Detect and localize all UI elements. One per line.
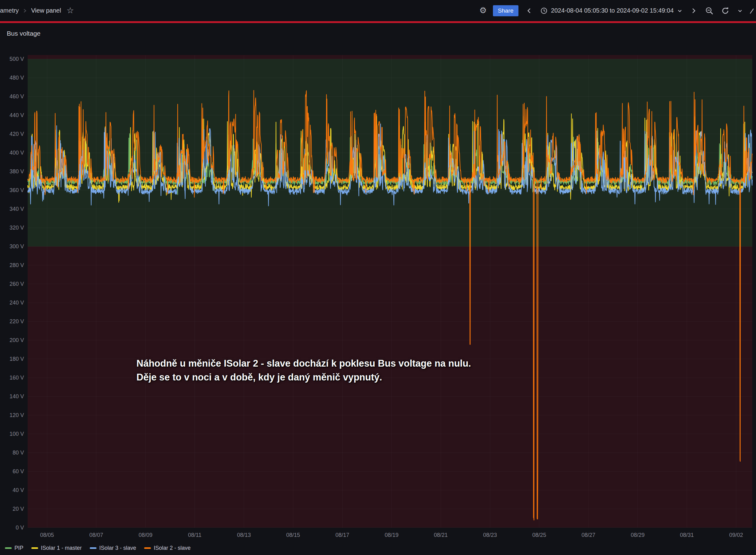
refresh-interval-dropdown[interactable]	[736, 7, 744, 14]
svg-text:40 V: 40 V	[13, 487, 24, 493]
svg-text:20 V: 20 V	[13, 506, 24, 512]
svg-text:08/07: 08/07	[89, 532, 103, 538]
svg-text:08/29: 08/29	[631, 532, 644, 538]
svg-text:160 V: 160 V	[9, 375, 24, 381]
svg-text:440 V: 440 V	[9, 112, 24, 118]
header-toolbar: ⚙ Share 2024-08-04 05:05:30 to 2024-09-0…	[479, 5, 754, 16]
zoom-out-icon	[705, 6, 714, 15]
svg-text:08/21: 08/21	[434, 532, 448, 538]
svg-text:480 V: 480 V	[9, 75, 24, 81]
caret-down-icon	[737, 8, 743, 14]
svg-text:08/19: 08/19	[385, 532, 398, 538]
annotation-line2: Děje se to v noci a v době, kdy je daný …	[136, 371, 471, 384]
legend-swatch	[5, 547, 12, 549]
breadcrumb-parent[interactable]: ametry	[0, 7, 19, 14]
time-shift-forward-button[interactable]	[689, 6, 698, 15]
svg-text:120 V: 120 V	[9, 412, 24, 418]
svg-text:08/13: 08/13	[237, 532, 251, 538]
settings-gear-icon[interactable]: ⚙	[479, 6, 487, 15]
svg-text:08/27: 08/27	[581, 532, 595, 538]
svg-text:08/17: 08/17	[335, 532, 349, 538]
svg-text:320 V: 320 V	[9, 225, 24, 231]
svg-text:100 V: 100 V	[9, 431, 24, 437]
legend-label: ISolar 3 - slave	[99, 545, 136, 551]
legend-label: ISolar 2 - slave	[154, 545, 191, 551]
svg-text:300 V: 300 V	[9, 243, 24, 250]
svg-text:08/23: 08/23	[483, 532, 497, 538]
time-range-text: 2024-08-04 05:05:30 to 2024-09-02 15:49:…	[551, 7, 674, 14]
legend-swatch	[90, 547, 96, 549]
svg-text:08/09: 08/09	[138, 532, 153, 538]
panel-title[interactable]: Bus voltage	[7, 30, 41, 37]
svg-text:380 V: 380 V	[9, 168, 24, 175]
svg-text:08/15: 08/15	[286, 532, 300, 538]
breadcrumb-current[interactable]: View panel	[31, 7, 61, 14]
svg-text:60 V: 60 V	[13, 468, 24, 474]
svg-text:08/05: 08/05	[40, 532, 54, 538]
svg-text:08/25: 08/25	[532, 532, 546, 538]
svg-text:340 V: 340 V	[9, 206, 24, 212]
time-shift-back-button[interactable]	[524, 6, 534, 15]
timeseries-chart[interactable]: 0 V20 V40 V60 V80 V100 V120 V140 V160 V1…	[0, 23, 756, 555]
share-button[interactable]: Share	[493, 5, 518, 16]
legend-item[interactable]: ISolar 1 - master	[31, 545, 82, 551]
breadcrumb-chevron-icon	[23, 8, 27, 13]
annotation-line1: Náhodně u měniče ISolar 2 - slave docház…	[136, 357, 471, 371]
svg-text:80 V: 80 V	[13, 450, 24, 456]
svg-text:420 V: 420 V	[9, 131, 24, 137]
chart-canvas[interactable]: 0 V20 V40 V60 V80 V100 V120 V140 V160 V1…	[0, 23, 756, 555]
zoom-out-button[interactable]	[704, 6, 714, 16]
svg-text:260 V: 260 V	[9, 281, 24, 287]
svg-text:460 V: 460 V	[9, 93, 24, 99]
svg-text:09/02: 09/02	[729, 532, 743, 538]
partial-edge-icon	[750, 6, 754, 15]
chevron-left-icon	[525, 7, 533, 15]
svg-text:200 V: 200 V	[9, 337, 24, 343]
svg-text:08/31: 08/31	[680, 532, 694, 538]
clock-icon	[540, 7, 548, 15]
svg-text:140 V: 140 V	[9, 393, 24, 399]
breadcrumb: ametry View panel ☆	[0, 6, 74, 15]
svg-text:08/11: 08/11	[188, 532, 202, 538]
svg-text:0 V: 0 V	[16, 524, 24, 531]
svg-text:240 V: 240 V	[9, 300, 24, 306]
legend-item[interactable]: ISolar 2 - slave	[144, 545, 191, 551]
legend-label: PIP	[14, 545, 24, 551]
refresh-icon	[721, 6, 729, 15]
svg-text:400 V: 400 V	[9, 150, 24, 156]
chart-annotation: Náhodně u měniče ISolar 2 - slave docház…	[136, 357, 471, 384]
chart-legend: PIPISolar 1 - masterISolar 3 - slaveISol…	[5, 545, 191, 551]
time-range-picker[interactable]: 2024-08-04 05:05:30 to 2024-09-02 15:49:…	[540, 7, 683, 15]
legend-swatch	[31, 547, 38, 549]
legend-swatch	[144, 547, 151, 549]
legend-item[interactable]: ISolar 3 - slave	[90, 545, 136, 551]
chevron-right-icon	[689, 7, 698, 15]
svg-text:360 V: 360 V	[9, 187, 24, 193]
star-icon[interactable]: ☆	[67, 6, 74, 15]
refresh-button[interactable]	[720, 6, 730, 16]
legend-item[interactable]: PIP	[5, 545, 24, 551]
svg-text:500 V: 500 V	[9, 56, 24, 62]
grafana-header: ametry View panel ☆ ⚙ Share 2024-08-04 0…	[0, 0, 756, 21]
legend-label: ISolar 1 - master	[41, 545, 82, 551]
bus-voltage-panel: Bus voltage 0 V20 V40 V60 V80 V100 V120 …	[0, 23, 756, 555]
caret-down-icon	[677, 8, 683, 14]
svg-text:180 V: 180 V	[9, 356, 24, 362]
svg-text:280 V: 280 V	[9, 262, 24, 268]
svg-text:220 V: 220 V	[9, 318, 24, 325]
